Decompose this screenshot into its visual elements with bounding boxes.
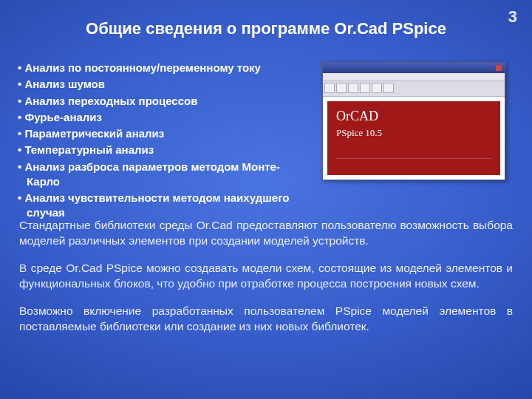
splash-panel: OrCAD PSpice 10.5 (327, 101, 500, 175)
list-item: Анализ переходных процессов (13, 94, 290, 109)
body-paragraphs: Стандартные библиотеки среды Or.Cad пред… (19, 218, 513, 347)
list-item: Анализ шумов (13, 77, 290, 92)
splash-fineprint (336, 158, 491, 171)
splash-brand: OrCAD (336, 109, 491, 124)
list-item: Анализ разброса параметров методом Монте… (13, 160, 290, 190)
window-body: OrCAD PSpice 10.5 (323, 97, 505, 180)
pspice-screenshot: OrCAD PSpice 10.5 (322, 62, 505, 180)
window-titlebar (323, 63, 505, 73)
toolbar-button (360, 83, 370, 93)
splash-version: PSpice 10.5 (336, 127, 491, 139)
paragraph: Возможно включение разработанных пользов… (19, 304, 513, 335)
list-item: Анализ чувствительности методом наихудше… (13, 191, 290, 221)
slide: 3 Общие сведения о программе Or.Cad PSpi… (0, 0, 532, 399)
toolbar-button (383, 83, 394, 93)
slide-title: Общие сведения о программе Or.Cad PSpice (0, 19, 532, 38)
list-item: Параметрический анализ (13, 126, 290, 141)
toolbar-button (324, 83, 335, 93)
list-item: Фурье-анализ (13, 110, 290, 125)
list-item: Температурный анализ (13, 143, 290, 157)
toolbar-button (372, 83, 382, 93)
window-menubar (323, 73, 505, 81)
paragraph: Стандартные библиотеки среды Or.Cad пред… (19, 218, 513, 249)
window-toolbar (323, 81, 505, 97)
close-icon (496, 65, 502, 71)
toolbar-button (336, 83, 347, 93)
paragraph: В среде Or.Cad PSpice можно создавать мо… (19, 261, 513, 292)
feature-bullet-list: Анализ по постоянному/переменному току А… (13, 59, 290, 222)
list-item: Анализ по постоянному/переменному току (13, 61, 290, 75)
toolbar-button (348, 83, 358, 93)
